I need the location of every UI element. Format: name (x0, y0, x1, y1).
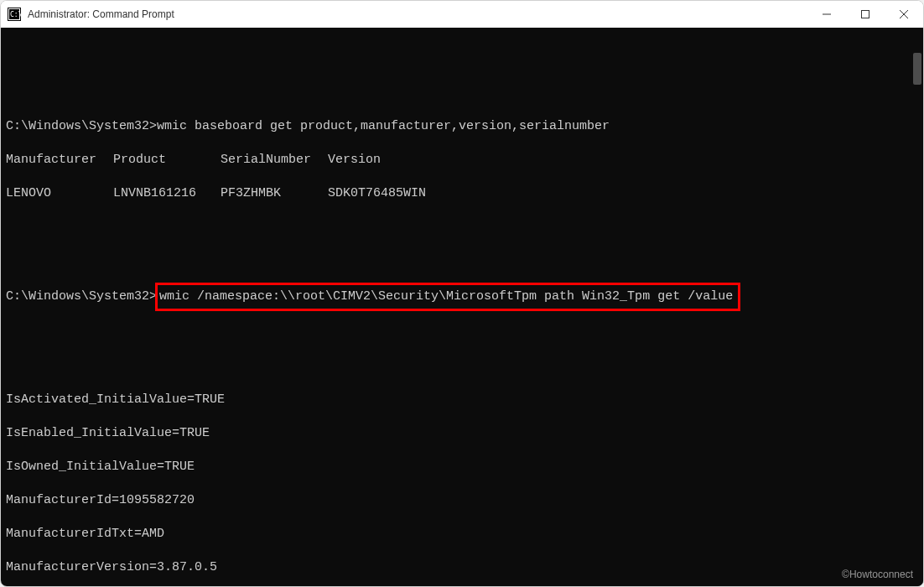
cmd-icon: C:\ (8, 8, 21, 21)
terminal-line (6, 252, 918, 269)
command-text: wmic baseboard get product,manufacturer,… (157, 119, 610, 133)
cell: PF3ZHMBK (221, 185, 328, 202)
table-row: LENOVOLNVNB161216PF3ZHMBKSDK0T76485WIN (6, 185, 918, 202)
prompt: C:\Windows\System32> (6, 289, 157, 304)
terminal-line (6, 85, 918, 101)
scrollbar-thumb[interactable] (913, 53, 921, 85)
cell: LENOVO (6, 185, 113, 202)
window-controls (807, 1, 923, 28)
output-line: IsEnabled_InitialValue=TRUE (6, 425, 918, 442)
output-line: IsActivated_InitialValue=TRUE (6, 392, 918, 408)
col-header: Product (113, 152, 221, 169)
command-prompt-window: C:\ Administrator: Command Prompt C:\Win… (0, 0, 924, 587)
cell: LNVNB161216 (113, 185, 221, 202)
cell: SDK0T76485WIN (328, 185, 918, 202)
terminal-line (6, 219, 918, 236)
svg-text:C:\: C:\ (10, 11, 21, 18)
terminal-line (6, 358, 918, 375)
window-title: Administrator: Command Prompt (28, 8, 807, 20)
highlighted-command: wmic /namespace:\\root\CIMV2\Security\Mi… (155, 283, 740, 311)
col-header: Version (328, 152, 918, 169)
watermark: ©Howtoconnect (842, 566, 913, 583)
scrollbar-track[interactable] (910, 28, 923, 586)
command-line: C:\Windows\System32>wmic /namespace:\\ro… (6, 286, 918, 308)
output-line: IsOwned_InitialValue=TRUE (6, 459, 918, 475)
command-line: C:\Windows\System32>wmic baseboard get p… (6, 118, 918, 135)
prompt: C:\Windows\System32> (6, 119, 157, 133)
svg-rect-5 (862, 11, 869, 18)
command-text: wmic /namespace:\\root\CIMV2\Security\Mi… (159, 289, 733, 304)
maximize-button[interactable] (846, 1, 885, 28)
col-header: SerialNumber (221, 152, 328, 169)
output-line: ManufacturerVersion=3.87.0.5 (6, 559, 918, 576)
close-button[interactable] (885, 1, 923, 28)
output-line: ManufacturerId=1095582720 (6, 492, 918, 509)
terminal-line (6, 325, 918, 341)
output-line: ManufacturerIdTxt=AMD (6, 526, 918, 543)
table-header: ManufacturerProductSerialNumberVersion (6, 152, 918, 169)
terminal-area[interactable]: C:\Windows\System32>wmic baseboard get p… (1, 28, 923, 586)
col-header: Manufacturer (6, 152, 113, 169)
terminal-line (6, 51, 918, 68)
titlebar[interactable]: C:\ Administrator: Command Prompt (1, 1, 923, 28)
minimize-button[interactable] (807, 1, 846, 28)
